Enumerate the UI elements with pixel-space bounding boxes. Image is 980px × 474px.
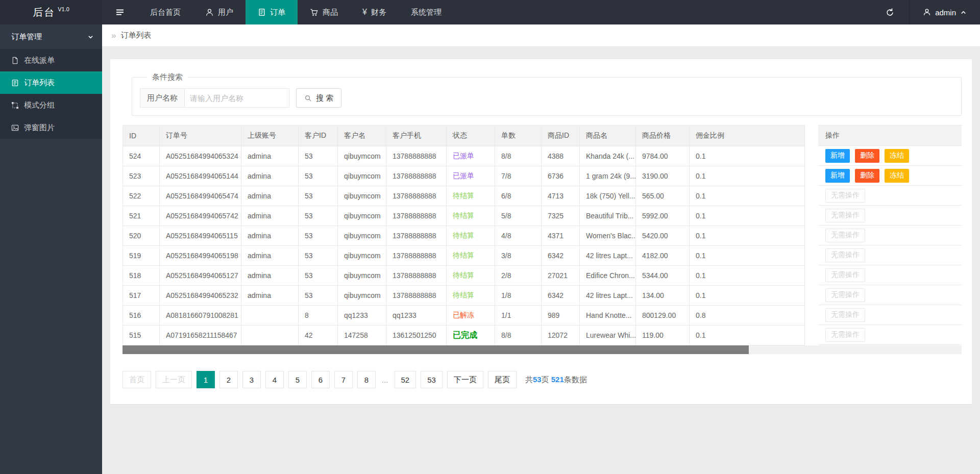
refresh-button[interactable] <box>871 0 910 24</box>
nav-item-home[interactable]: 后台首页 <box>138 0 193 24</box>
freeze-order-button[interactable]: 冻结 <box>885 149 909 163</box>
cell-order-no: A05251684994065742 <box>160 206 241 226</box>
cell-rate: 0.1 <box>690 246 805 266</box>
cell-order-no: A07191658211158467 <box>160 326 241 345</box>
table-row: 521A05251684994065742admina53qibuymcom13… <box>123 206 815 226</box>
cell-customer-phone: qq1233 <box>386 306 447 326</box>
cell-product-id: 6736 <box>542 166 580 186</box>
user-menu[interactable]: admin <box>910 0 980 24</box>
nav-item-finance[interactable]: ¥ 财务 <box>350 0 399 24</box>
cell-status: 待结算 <box>447 246 495 266</box>
page-number-button[interactable]: 5 <box>288 371 307 388</box>
col-product-id: 商品ID <box>542 126 580 146</box>
nav-item-goods[interactable]: 商品 <box>298 0 350 24</box>
col-id: ID <box>123 126 160 146</box>
pagination: 首页 上一页 1 2 3 4 5 6 7 8 ... 52 53 下一页 尾页 <box>122 371 962 388</box>
page-number-button[interactable]: 1 <box>197 371 215 388</box>
cell-customer-id: 53 <box>299 286 338 306</box>
page-number-button[interactable]: 52 <box>395 371 416 388</box>
sidebar-item-label: 在线派单 <box>24 56 55 65</box>
cell-parent-account <box>241 326 299 345</box>
page-next-button[interactable]: 下一页 <box>447 371 483 388</box>
sidebar-item-mode-group[interactable]: 模式分组 <box>0 94 102 116</box>
cell-rate: 0.1 <box>690 206 805 226</box>
nav-item-users[interactable]: 用户 <box>193 0 246 24</box>
cell-rate: 0.1 <box>690 326 805 345</box>
freeze-order-button[interactable]: 冻结 <box>885 169 909 183</box>
table-row: 518A05251684994065127admina53qibuymcom13… <box>123 266 815 286</box>
cell-product-name: 18k (750) Yell... <box>580 186 636 206</box>
username-input[interactable] <box>184 88 289 108</box>
sidebar-item-order-list[interactable]: 订单列表 <box>0 71 102 94</box>
page-number-button[interactable]: 2 <box>219 371 238 388</box>
sidebar-submenu: 在线派单 订单列表 模式分组 弹窗图片 <box>0 49 102 139</box>
menu-toggle-button[interactable] <box>102 0 138 24</box>
add-order-button[interactable]: 新增 <box>825 169 850 183</box>
page-number-button[interactable]: 53 <box>421 371 443 388</box>
nav-label: 财务 <box>371 8 386 17</box>
cell-price: 4182.00 <box>636 246 690 266</box>
scrollbar-thumb[interactable] <box>122 345 749 354</box>
cell-customer-name: qibuymcom <box>338 206 386 226</box>
col-status: 状态 <box>447 126 495 146</box>
image-icon <box>11 124 19 132</box>
cell-count: 1/8 <box>495 286 542 306</box>
cell-price: 9784.00 <box>636 146 690 166</box>
sidebar-group-order-management[interactable]: 订单管理 <box>0 24 102 49</box>
cell-count: 8/8 <box>495 146 542 166</box>
cell-rate: 0.1 <box>690 146 805 166</box>
total-records: 521 <box>551 375 564 384</box>
cell-product-name: Hand Knotte... <box>580 306 636 326</box>
delete-order-button[interactable]: 删除 <box>855 149 879 163</box>
sidebar-item-online-dispatch[interactable]: 在线派单 <box>0 49 102 71</box>
page-number-button[interactable]: 6 <box>311 371 330 388</box>
refresh-icon <box>885 8 895 17</box>
cell-status: 待结算 <box>447 186 495 206</box>
sidebar-item-label: 弹窗图片 <box>24 123 55 133</box>
nav-item-orders[interactable]: 订单 <box>246 0 298 24</box>
cell-customer-name: qq1233 <box>338 306 386 326</box>
page-number-button[interactable]: 4 <box>265 371 284 388</box>
page-number-button[interactable]: 8 <box>357 371 376 388</box>
file-icon <box>11 57 19 64</box>
operations-column: 操作 新增 删除 冻结 新增 删除 冻结 无需操作 无需操作 <box>818 125 962 345</box>
cell-order-no: A05251684994065324 <box>160 146 241 166</box>
username: admin <box>935 8 956 17</box>
cell-id: 523 <box>123 166 160 186</box>
horizontal-scrollbar[interactable] <box>122 345 962 354</box>
add-order-button[interactable]: 新增 <box>825 149 850 163</box>
cell-price: 134.00 <box>636 286 690 306</box>
search-panel-title: 条件搜索 <box>147 72 188 82</box>
cell-product-name: Lurewear Whi... <box>580 326 636 345</box>
search-button[interactable]: 搜 索 <box>296 88 341 108</box>
cell-product-name: 42 litres Lapt... <box>580 286 636 306</box>
col-customer-phone: 客户手机 <box>386 126 447 146</box>
order-list-card: 条件搜索 用户名称 搜 索 <box>110 59 972 404</box>
cell-count: 5/8 <box>495 206 542 226</box>
page-number-button[interactable]: 3 <box>242 371 261 388</box>
cell-customer-phone: 13788888888 <box>386 146 447 166</box>
cell-customer-id: 53 <box>299 246 338 266</box>
col-customer-id: 客户ID <box>299 126 338 146</box>
page-number-button[interactable]: 7 <box>334 371 353 388</box>
cell-parent-account: admina <box>241 186 299 206</box>
list-icon <box>11 79 19 87</box>
cell-product-id: 4713 <box>542 186 580 206</box>
cell-id: 519 <box>123 246 160 266</box>
search-icon <box>304 94 312 102</box>
cell-count: 6/8 <box>495 186 542 206</box>
nav-item-system[interactable]: 系统管理 <box>399 0 454 24</box>
sidebar-item-popup-image[interactable]: 弹窗图片 <box>0 116 102 139</box>
page-last-button[interactable]: 尾页 <box>488 371 517 388</box>
page-title: 订单列表 <box>120 31 151 40</box>
cell-customer-phone: 13788888888 <box>386 166 447 186</box>
cell-customer-phone: 13788888888 <box>386 286 447 306</box>
delete-order-button[interactable]: 删除 <box>855 169 879 183</box>
user-icon <box>205 8 214 17</box>
cell-product-id: 4388 <box>542 146 580 166</box>
cell-customer-id: 53 <box>299 206 338 226</box>
cell-count: 8/8 <box>495 326 542 345</box>
cell-status: 待结算 <box>447 286 495 306</box>
cell-parent-account: admina <box>241 286 299 306</box>
cell-customer-name: qibuymcom <box>338 226 386 246</box>
